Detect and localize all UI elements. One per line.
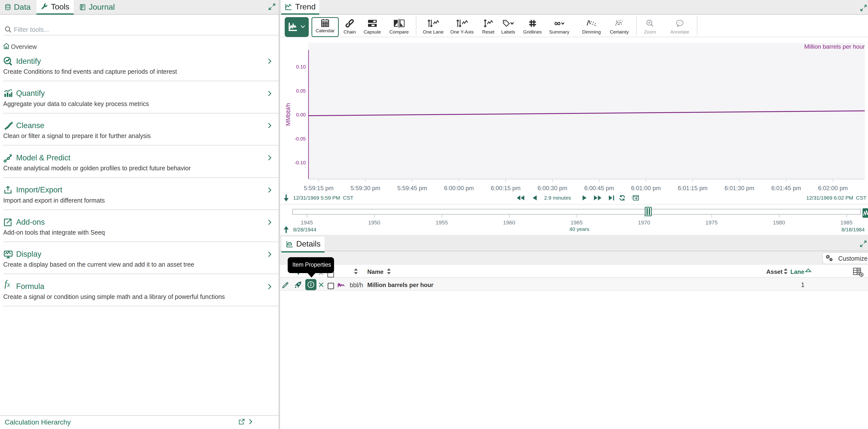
svg-text:6:01:00 pm: 6:01:00 pm bbox=[631, 185, 661, 192]
svg-text:MMbbl/h: MMbbl/h bbox=[285, 103, 291, 126]
svg-text:0.10: 0.10 bbox=[296, 64, 306, 69]
svg-text:6:00:00 pm: 6:00:00 pm bbox=[444, 185, 474, 192]
svg-text:6:00:45 pm: 6:00:45 pm bbox=[584, 185, 614, 192]
svg-text:6:01:45 pm: 6:01:45 pm bbox=[771, 185, 801, 192]
svg-text:6:01:15 pm: 6:01:15 pm bbox=[678, 185, 708, 192]
svg-text:6:00:30 pm: 6:00:30 pm bbox=[537, 185, 567, 192]
svg-text:5:59:15 pm: 5:59:15 pm bbox=[304, 185, 334, 192]
svg-text:5:59:30 pm: 5:59:30 pm bbox=[350, 185, 380, 192]
svg-text:-0.10: -0.10 bbox=[294, 160, 306, 165]
svg-text:0.05: 0.05 bbox=[296, 88, 306, 94]
svg-text:5:59:45 pm: 5:59:45 pm bbox=[397, 185, 427, 192]
svg-text:6:00:15 pm: 6:00:15 pm bbox=[491, 185, 521, 192]
svg-text:6:01:30 pm: 6:01:30 pm bbox=[724, 185, 754, 192]
svg-text:0.00: 0.00 bbox=[296, 112, 306, 117]
svg-text:-0.05: -0.05 bbox=[294, 136, 306, 142]
svg-text:6:02:00 pm: 6:02:00 pm bbox=[818, 185, 848, 192]
svg-text:Million barrels per hour: Million barrels per hour bbox=[804, 43, 865, 50]
